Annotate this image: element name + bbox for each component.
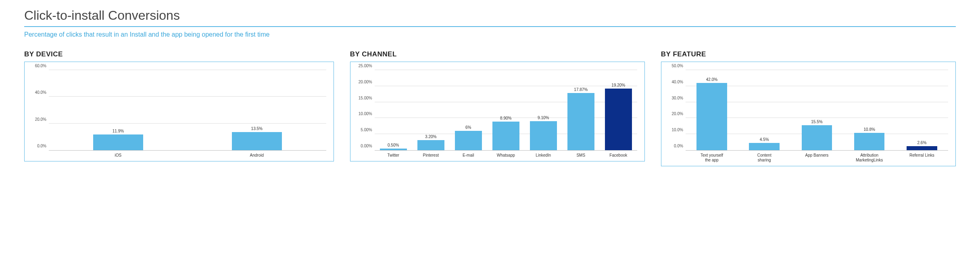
y-tick-label: 40.0% bbox=[29, 90, 46, 95]
bar-slot: 10.8% bbox=[843, 70, 896, 150]
bar-slot: 13.5% bbox=[188, 70, 326, 150]
x-tick-label: Pinterest bbox=[412, 153, 450, 158]
y-tick-label: 10.00% bbox=[354, 112, 372, 116]
page-title: Click-to-install Conversions bbox=[24, 8, 956, 23]
bar-value-label: 6% bbox=[465, 125, 471, 130]
bar-slot: 6% bbox=[450, 70, 487, 150]
chart-by-channel: BY CHANNEL 0.00%5.00%10.00%15.00%20.00%2… bbox=[350, 50, 645, 161]
y-tick-label: 10.0% bbox=[665, 128, 683, 132]
bar-value-label: 10.8% bbox=[863, 127, 875, 132]
bar-value-label: 17.87% bbox=[574, 87, 588, 92]
chart-by-feature: BY FEATURE 0.0%10.0%20.0%30.0%40.0%50.0%… bbox=[661, 50, 956, 166]
y-tick-label: 20.00% bbox=[354, 79, 372, 84]
bar-slot: 15.5% bbox=[790, 70, 843, 150]
bar bbox=[605, 89, 632, 150]
bar bbox=[749, 143, 780, 150]
x-axis: iOSAndroid bbox=[49, 151, 326, 158]
chart-title-by-feature: BY FEATURE bbox=[661, 50, 956, 58]
bar-slot: 2.6% bbox=[896, 70, 948, 150]
y-tick-label: 0.0% bbox=[29, 144, 46, 148]
x-tick-label: LinkedIn bbox=[525, 153, 562, 158]
bar bbox=[854, 133, 885, 150]
bars-container: 0.50%3.20%6%8.90%9.10%17.87%19.20% bbox=[375, 70, 637, 150]
chart-box-by-device: 0.0%20.0%40.0%60.0%11.9%13.5% iOSAndroid bbox=[24, 62, 334, 161]
x-tick-label: Twitter bbox=[375, 153, 412, 158]
bar-value-label: 2.6% bbox=[917, 141, 927, 145]
bar bbox=[530, 121, 557, 150]
bar-value-label: 0.50% bbox=[388, 143, 399, 147]
y-tick-label: 5.00% bbox=[354, 128, 372, 132]
x-tick-label: iOS bbox=[49, 153, 188, 158]
chart-box-by-feature: 0.0%10.0%20.0%30.0%40.0%50.0%42.0%4.5%15… bbox=[661, 62, 956, 166]
x-tick-label: E-mail bbox=[450, 153, 487, 158]
bar-value-label: 8.90% bbox=[500, 116, 511, 120]
bar-value-label: 4.5% bbox=[760, 137, 769, 142]
plot-area: 0.0%20.0%40.0%60.0%11.9%13.5% bbox=[49, 70, 326, 151]
y-tick-label: 0.00% bbox=[354, 144, 372, 148]
bar bbox=[696, 83, 727, 150]
bar bbox=[232, 132, 282, 150]
bar-slot: 17.87% bbox=[562, 70, 600, 150]
bar bbox=[455, 131, 482, 150]
bar bbox=[802, 125, 832, 150]
bar bbox=[417, 140, 444, 150]
bars-container: 11.9%13.5% bbox=[49, 70, 326, 150]
bar-slot: 11.9% bbox=[49, 70, 188, 150]
bar-slot: 3.20% bbox=[412, 70, 450, 150]
bar bbox=[93, 134, 143, 150]
bar-slot: 19.20% bbox=[600, 70, 637, 150]
bars-container: 42.0%4.5%15.5%10.8%2.6% bbox=[686, 70, 948, 150]
y-tick-label: 25.00% bbox=[354, 64, 372, 68]
bar-slot: 9.10% bbox=[525, 70, 562, 150]
bar-value-label: 13.5% bbox=[251, 126, 263, 131]
x-axis: TwitterPinterestE-mailWhatsappLinkedInSM… bbox=[375, 151, 637, 158]
x-tick-label: Android bbox=[188, 153, 326, 158]
bar-slot: 8.90% bbox=[487, 70, 525, 150]
y-tick-label: 60.0% bbox=[29, 64, 46, 68]
charts-row: BY DEVICE 0.0%20.0%40.0%60.0%11.9%13.5% … bbox=[24, 50, 956, 166]
y-tick-label: 30.0% bbox=[665, 95, 683, 100]
bar-slot: 0.50% bbox=[375, 70, 412, 150]
bar-value-label: 19.20% bbox=[611, 83, 625, 87]
x-tick-label: Contentsharing bbox=[738, 153, 790, 163]
y-tick-label: 50.0% bbox=[665, 64, 683, 68]
bar-value-label: 9.10% bbox=[538, 116, 549, 120]
chart-title-by-channel: BY CHANNEL bbox=[350, 50, 645, 58]
y-tick-label: 15.00% bbox=[354, 95, 372, 100]
chart-by-device: BY DEVICE 0.0%20.0%40.0%60.0%11.9%13.5% … bbox=[24, 50, 334, 161]
bar-slot: 4.5% bbox=[738, 70, 790, 150]
chart-box-by-channel: 0.00%5.00%10.00%15.00%20.00%25.00%0.50%3… bbox=[350, 62, 645, 161]
x-tick-label: App Banners bbox=[790, 153, 843, 163]
chart-title-by-device: BY DEVICE bbox=[24, 50, 334, 58]
x-tick-label: Facebook bbox=[600, 153, 637, 158]
y-tick-label: 20.0% bbox=[665, 112, 683, 116]
bar bbox=[380, 149, 407, 150]
bar-value-label: 3.20% bbox=[425, 134, 436, 139]
bar-value-label: 42.0% bbox=[706, 77, 717, 82]
bar bbox=[492, 122, 519, 150]
x-axis: Text yourselfthe appContentsharingApp Ba… bbox=[686, 151, 948, 163]
plot-area: 0.0%10.0%20.0%30.0%40.0%50.0%42.0%4.5%15… bbox=[686, 70, 948, 151]
bar-value-label: 15.5% bbox=[811, 120, 822, 124]
bar-slot: 42.0% bbox=[686, 70, 738, 150]
x-tick-label: Referral Links bbox=[896, 153, 948, 163]
x-tick-label: AttributionMarketingLinks bbox=[843, 153, 896, 163]
bar-value-label: 11.9% bbox=[113, 129, 124, 133]
x-tick-label: Whatsapp bbox=[487, 153, 525, 158]
x-tick-label: Text yourselfthe app bbox=[686, 153, 738, 163]
x-tick-label: SMS bbox=[562, 153, 600, 158]
y-tick-label: 40.0% bbox=[665, 79, 683, 84]
y-tick-label: 20.0% bbox=[29, 117, 46, 121]
plot-area: 0.00%5.00%10.00%15.00%20.00%25.00%0.50%3… bbox=[375, 70, 637, 151]
page-subtitle: Percentage of clicks that result in an I… bbox=[24, 31, 956, 38]
title-divider bbox=[24, 26, 956, 27]
bar bbox=[567, 93, 594, 150]
y-tick-label: 0.0% bbox=[665, 144, 683, 148]
bar bbox=[907, 146, 937, 150]
